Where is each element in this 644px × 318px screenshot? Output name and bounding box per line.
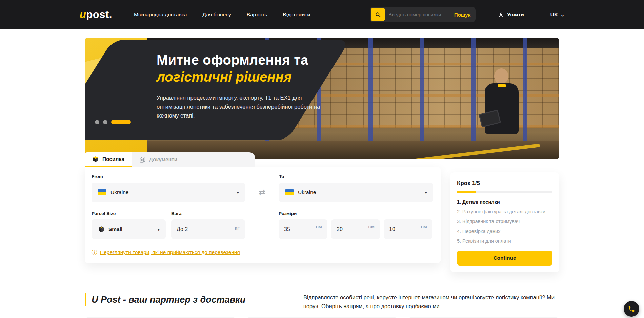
caret-down-icon: ▾ [425,190,427,195]
caret-down-icon: ▾ [237,190,239,195]
step-item-3: 3. Відправник та отримувач [457,219,552,224]
carousel-dot-2[interactable] [103,120,107,124]
tab-documents-label: Документи [149,156,177,163]
dimension-unit: см [421,225,427,229]
language-value: UK [550,12,558,18]
dimension-unit: см [316,225,322,229]
caret-down-icon: ▾ [157,227,160,232]
language-selector[interactable]: UK ⌄ [550,12,564,18]
shipment-type-tabs: Посилка Документи [85,152,255,167]
dimension-height-input[interactable] [389,226,419,232]
direction-card[interactable] [85,317,236,318]
hero-title-line2: логістичні рішення [157,68,346,86]
upost-logo[interactable]: upost. [80,8,112,21]
weight-input[interactable] [177,226,233,232]
about-text: Відправляєте особисті речі, керуєте інте… [303,293,559,311]
ukraine-flag-icon [98,189,106,195]
info-icon: ⓘ [92,250,97,255]
tab-documents[interactable]: Документи [132,152,185,167]
warehouse-worker-figure [481,68,522,146]
from-country-value: Ukraine [110,189,128,195]
steps-list: 1. Деталі посилки 2. Рахунок-фактура та … [457,199,552,244]
ukraine-flag-icon [285,189,294,195]
tab-parcel[interactable]: Посилка [85,152,132,167]
small-box-icon [98,226,105,233]
phone-icon [628,305,635,313]
progress-fill [457,191,476,193]
nav-international-delivery[interactable]: Міжнародна доставка [134,12,187,18]
about-heading: U Post - ваш партнер з доставки [85,293,245,306]
carousel-dot-1[interactable] [95,120,99,124]
dimension-unit: см [368,225,375,229]
step-item-4: 4. Перевірка даних [457,229,552,234]
hero-text-block: Митне оформлення та логістичні рішення У… [157,52,346,120]
search-icon [375,11,381,18]
tracking-number-input[interactable] [385,12,453,17]
dimension-length-field: см [279,219,327,239]
weight-field: кг [171,219,245,239]
hero-title-line1: Митне оформлення та [157,52,346,68]
tab-parcel-label: Посилка [102,156,124,162]
chevron-down-icon: ⌄ [561,13,564,17]
weight-label: Вага [171,211,245,216]
dimension-width-input[interactable] [337,226,366,232]
step-item-2: 2. Рахунок-фактура та деталі доставки [457,209,552,214]
nav-track[interactable]: Відстежити [283,12,310,18]
progress-bar [457,191,552,193]
parcel-size-value: Small [108,226,122,232]
dimensions-label: Розміри [279,211,432,216]
direction-card[interactable] [408,317,559,318]
from-label: From [92,174,245,179]
parcel-form-card: From Ukraine ▾ ⇄ To Ukraine ▾ [85,167,441,263]
logo-u: u [80,8,86,20]
dimension-height-field: см [384,219,432,239]
step-item-1: 1. Деталі посилки [457,199,552,205]
search-icon-button[interactable] [371,8,385,21]
direction-card[interactable] [246,317,398,318]
logo-rest: post. [86,8,112,20]
documents-icon [139,156,146,163]
login-label: Увійти [507,12,524,18]
nav-for-business[interactable]: Для бізнесу [202,12,231,18]
dimension-width-field: см [331,219,380,239]
direction-cards-row [85,317,559,318]
checkout-steps-card: Крок 1/5 1. Деталі посилки 2. Рахунок-фа… [450,172,559,272]
step-counter: Крок 1/5 [457,180,552,187]
hero-subtitle: Управління процесами імпорту, експорту, … [157,93,328,120]
hero-banner: Митне оформлення та логістичні рішення У… [85,38,559,159]
to-country-value: Ukraine [298,189,316,195]
tracking-search: Пошук [370,7,476,22]
top-navbar: upost. Міжнародна доставка Для бізнесу В… [0,0,644,29]
user-icon [498,12,504,18]
carousel-dots [95,120,131,124]
parcel-box-icon [92,156,99,163]
about-section: U Post - ваш партнер з доставки Відправл… [85,293,559,311]
search-submit-button[interactable]: Пошук [453,12,475,18]
phone-contact-fab[interactable] [624,301,639,317]
dimension-length-input[interactable] [284,226,314,232]
carousel-dot-active[interactable] [111,120,131,124]
parcel-size-select[interactable]: Small ▾ [92,219,166,239]
swap-directions-icon[interactable]: ⇄ [245,183,279,202]
weight-unit: кг [235,226,240,230]
nav-pricing[interactable]: Вартість [247,12,267,18]
to-country-select[interactable]: Ukraine ▾ [279,183,433,202]
from-country-select[interactable]: Ukraine ▾ [92,183,245,202]
restricted-items-link[interactable]: Переглянути товари, які не приймаються д… [100,249,240,255]
parcel-size-label: Parcel Size [92,211,166,216]
login-button[interactable]: Увійти [498,12,524,18]
main-nav: Міжнародна доставка Для бізнесу Вартість… [134,12,310,18]
to-label: To [279,174,433,179]
continue-button[interactable]: Continue [457,251,552,266]
step-item-5: 5. Реквізити для оплати [457,238,552,244]
